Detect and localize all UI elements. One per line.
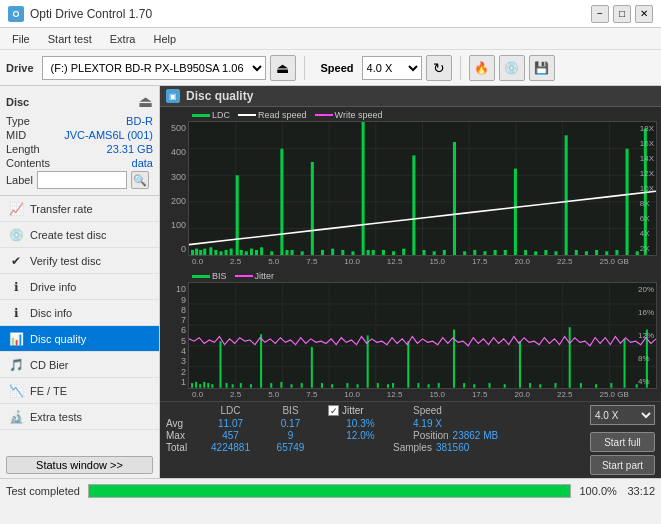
nav-fe-te[interactable]: 📉 FE / TE	[0, 378, 159, 404]
nav-disc-quality-label: Disc quality	[30, 333, 86, 345]
svg-rect-30	[280, 149, 283, 256]
main-content: Disc ⏏ Type BD-R MID JVC-AMS6L (001) Len…	[0, 86, 661, 478]
svg-rect-42	[382, 250, 385, 255]
svg-rect-40	[367, 250, 370, 255]
nav-transfer-rate[interactable]: 📈 Transfer rate	[0, 196, 159, 222]
nav-drive-info[interactable]: ℹ Drive info	[0, 274, 159, 300]
drive-label: Drive	[6, 62, 34, 74]
nav-verify-test-disc[interactable]: ✔ Verify test disc	[0, 248, 159, 274]
disc-type-row: Type BD-R	[6, 115, 153, 127]
refresh-button[interactable]: ↻	[426, 55, 452, 81]
disc-label-input[interactable]	[37, 171, 127, 189]
nav-items: 📈 Transfer rate 💿 Create test disc ✔ Ver…	[0, 196, 159, 452]
svg-rect-57	[534, 251, 537, 255]
speed-target-select[interactable]: 4.0 X	[590, 405, 655, 425]
start-full-button[interactable]: Start full	[590, 432, 655, 452]
svg-rect-31	[285, 250, 288, 255]
disc-label-btn[interactable]: 🔍	[131, 171, 149, 189]
svg-rect-86	[203, 382, 205, 388]
burn-button[interactable]: 🔥	[469, 55, 495, 81]
svg-rect-118	[529, 383, 531, 388]
toolbar: Drive (F:) PLEXTOR BD-R PX-LB950SA 1.06 …	[0, 50, 661, 86]
svg-rect-35	[321, 250, 324, 255]
speed-and-buttons: 4.0 X Start full Start part	[590, 405, 655, 475]
nav-extra-tests[interactable]: 🔬 Extra tests	[0, 404, 159, 430]
svg-rect-39	[362, 122, 365, 255]
svg-rect-48	[443, 250, 446, 255]
menu-file[interactable]: File	[4, 31, 38, 47]
jitter-checkbox[interactable]: ✓	[328, 405, 339, 416]
readspeed-color	[238, 114, 256, 116]
maximize-button[interactable]: □	[613, 5, 631, 23]
svg-rect-59	[554, 251, 557, 255]
legend-writespeed: Write speed	[315, 110, 383, 120]
svg-rect-51	[473, 250, 476, 255]
disc-mid-row: MID JVC-AMS6L (001)	[6, 129, 153, 141]
svg-rect-124	[610, 383, 612, 388]
svg-rect-26	[250, 249, 253, 256]
svg-rect-16	[199, 250, 202, 255]
panel-icon: ▣	[166, 89, 180, 103]
create-test-disc-icon: 💿	[8, 227, 24, 243]
status-text: Test completed	[6, 485, 80, 497]
extra-tests-icon: 🔬	[8, 409, 24, 425]
stats-max-row: Max 457 9 12.0% Position 23862 MB	[166, 430, 584, 441]
svg-rect-95	[270, 383, 272, 388]
svg-rect-88	[211, 385, 213, 388]
svg-rect-45	[412, 155, 415, 255]
svg-rect-98	[301, 383, 303, 388]
svg-rect-94	[260, 334, 262, 388]
svg-rect-60	[565, 135, 568, 255]
close-button[interactable]: ✕	[635, 5, 653, 23]
disc-contents-label: Contents	[6, 157, 50, 169]
transfer-rate-icon: 📈	[8, 201, 24, 217]
disc-info-icon: ℹ	[8, 305, 24, 321]
disc-length-row: Length 23.31 GB	[6, 143, 153, 155]
svg-rect-105	[377, 383, 379, 388]
nav-transfer-rate-label: Transfer rate	[30, 203, 93, 215]
svg-rect-107	[392, 383, 394, 388]
start-part-button[interactable]: Start part	[590, 455, 655, 475]
svg-rect-114	[473, 385, 475, 388]
svg-rect-23	[236, 175, 239, 255]
disc-button[interactable]: 💿	[499, 55, 525, 81]
svg-rect-109	[417, 383, 419, 388]
svg-rect-19	[214, 250, 217, 255]
eject-button[interactable]: ⏏	[270, 55, 296, 81]
nav-disc-quality[interactable]: 📊 Disc quality	[0, 326, 159, 352]
bis-color	[192, 275, 210, 278]
nav-cd-bier[interactable]: 🎵 CD Bier	[0, 352, 159, 378]
nav-disc-info[interactable]: ℹ Disc info	[0, 300, 159, 326]
disc-label-label: Label	[6, 174, 33, 186]
status-window-button[interactable]: Status window >>	[6, 456, 153, 474]
disc-eject-icon[interactable]: ⏏	[138, 92, 153, 111]
svg-rect-43	[392, 251, 395, 255]
app-title: Opti Drive Control 1.70	[30, 7, 152, 21]
top-chart-inner: 18X 16X 14X 12X 10X 8X 6X 4X 2X	[188, 121, 657, 256]
svg-rect-38	[351, 251, 354, 255]
nav-cd-bier-label: CD Bier	[30, 359, 69, 371]
legend-ldc: LDC	[192, 110, 230, 120]
nav-create-test-disc[interactable]: 💿 Create test disc	[0, 222, 159, 248]
svg-rect-67	[636, 251, 639, 255]
speed-select[interactable]: 4.0 X	[362, 56, 422, 80]
svg-rect-125	[624, 339, 626, 388]
menu-extra[interactable]: Extra	[102, 31, 144, 47]
svg-rect-103	[357, 385, 359, 388]
stats-total-row: Total 4224881 65749 Samples 381560	[166, 442, 584, 453]
svg-rect-56	[524, 250, 527, 255]
minimize-button[interactable]: −	[591, 5, 609, 23]
menu-start-test[interactable]: Start test	[40, 31, 100, 47]
bottom-chart-inner: 20% 16% 12% 8% 4%	[188, 282, 657, 389]
verify-test-disc-icon: ✔	[8, 253, 24, 269]
svg-rect-101	[331, 385, 333, 388]
svg-rect-34	[311, 162, 314, 255]
drive-select[interactable]: (F:) PLEXTOR BD-R PX-LB950SA 1.06	[42, 56, 266, 80]
save-button[interactable]: 💾	[529, 55, 555, 81]
menu-help[interactable]: Help	[145, 31, 184, 47]
top-chart-svg	[189, 122, 656, 255]
svg-rect-97	[291, 385, 293, 388]
bottom-chart-y-axis-left: 10 9 8 7 6 5 4 3 2 1	[164, 282, 188, 389]
svg-rect-18	[209, 247, 212, 255]
speed-display: 4.0 X	[590, 405, 655, 425]
